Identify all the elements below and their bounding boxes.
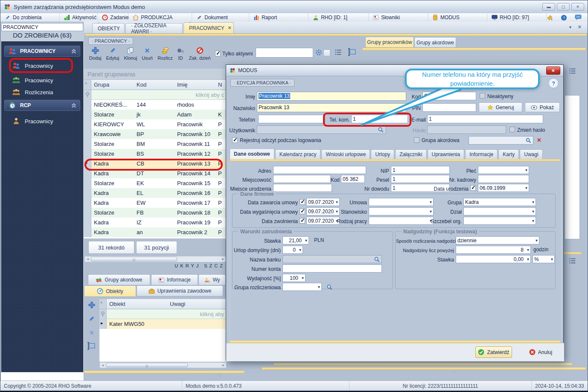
powyzej-spinner[interactable]: 8 <box>456 246 531 254</box>
column-header-kod[interactable]: Kod <box>134 81 175 88</box>
delete-button[interactable]: Usuń <box>140 46 155 61</box>
szczebel-org-select[interactable] <box>463 217 536 225</box>
table-row[interactable]: Krawcowie BP Pracownik 10 P <box>84 129 227 139</box>
data-wygasniecia-checkbox[interactable] <box>300 209 305 214</box>
select-object-icon[interactable] <box>87 342 96 350</box>
grid-options-icon[interactable]: * <box>85 81 87 87</box>
close-button[interactable]: ✕ <box>571 3 584 11</box>
color-box-button[interactable] <box>323 49 330 56</box>
sidebar-group-rcp[interactable]: RCP <box>4 100 80 111</box>
dialog-close-button[interactable]: ✕ <box>546 67 560 75</box>
data-urodzenia-checkbox[interactable] <box>470 185 476 191</box>
miejsce-urodzenia-field[interactable] <box>273 184 332 192</box>
table-row[interactable]: Kadra EW Pracownik 17 P <box>84 198 227 208</box>
tab-obiekty[interactable]: · OBIEKTY · <box>92 23 125 33</box>
add-object-icon[interactable] <box>88 301 96 309</box>
menu-slowniki[interactable]: Słowniki <box>369 13 428 22</box>
end-day-button[interactable]: Zak. dzień <box>187 46 212 61</box>
grid-options-icon[interactable]: * <box>100 300 102 307</box>
table-row[interactable]: Stolarze BM Pracownik 11 P <box>84 139 227 149</box>
sidebar-item-pracownicy-1[interactable]: Pracownicy <box>4 60 80 72</box>
column-header-imie[interactable]: Imię <box>175 81 218 88</box>
tab-informacje[interactable]: Informacje <box>465 149 498 159</box>
add-button[interactable]: Dodaj <box>87 46 103 61</box>
maximize-button[interactable]: ▢ <box>557 3 570 11</box>
wydajnosc-spinner[interactable]: 100 <box>282 274 306 282</box>
plec-select[interactable] <box>478 166 529 174</box>
employees-grid-filter-row[interactable]: kliknij aby c <box>84 90 227 100</box>
dzial-select[interactable] <box>463 207 536 215</box>
scroll-left-icon[interactable]: ◂ <box>100 363 105 368</box>
tab-urlopy[interactable]: Urlopy <box>371 149 394 159</box>
numer-konta-field[interactable] <box>282 264 382 273</box>
bank-lookup-button[interactable] <box>373 256 381 263</box>
table-row[interactable]: Kadra IZ Pracownik 19 P <box>84 218 227 227</box>
dialog-help-button[interactable]: ? <box>548 78 559 88</box>
table-row[interactable]: Stolarze BS Pracownik 12 P <box>84 149 227 159</box>
edit-object-icon[interactable] <box>88 315 95 322</box>
objects-hscrollbar[interactable]: ◂ ||| ▸ <box>99 362 227 368</box>
cancel-button[interactable]: Anuluj <box>522 346 559 358</box>
tab-uwagi[interactable]: Uwagi <box>520 149 542 159</box>
data-zawarcia-checkbox[interactable] <box>300 199 305 205</box>
urlop-spinner[interactable]: 0 <box>282 246 303 254</box>
employees-grid-header[interactable]: * Grupa Kod Imię N <box>84 80 227 90</box>
paint-icon[interactable] <box>547 15 553 21</box>
grupa-select[interactable]: Kadra <box>463 198 536 206</box>
only-active-checkbox[interactable] <box>215 51 221 56</box>
edit-button[interactable]: Edytuj <box>104 46 122 61</box>
tab-wnioski-urlopowe[interactable]: Wnioski urlopowe <box>321 149 370 159</box>
kod-pocztowy-field[interactable]: 05 362 <box>341 175 365 183</box>
list-options-icon[interactable] <box>569 257 576 264</box>
tab-list-close-icon[interactable]: ✕ <box>578 24 582 30</box>
table-row[interactable]: Stolarze FB Pracownik 18 P <box>84 208 227 218</box>
data-zwolnienia-checkbox[interactable] <box>300 218 305 224</box>
grupa-rozliczeniowa-select[interactable] <box>282 283 322 291</box>
chat-icon[interactable] <box>575 15 582 20</box>
nieaktywny-checkbox[interactable] <box>480 93 485 99</box>
hide-details-link[interactable]: UKRYJ SZCZ <box>120 263 225 268</box>
groups-list-area[interactable] <box>565 95 580 239</box>
scroll-right-icon[interactable]: ▸ <box>221 363 226 368</box>
sidebar-search-input[interactable] <box>1 23 83 31</box>
miejscowosc-field[interactable] <box>273 175 331 183</box>
sidebar-group-pracownicy[interactable]: PRACOWNICY <box>4 46 80 57</box>
menu-do-zrobienia[interactable]: Do zrobienia <box>0 13 60 22</box>
menu-modus[interactable]: MODUS <box>428 13 487 22</box>
tab-close-icon[interactable]: ✕ <box>227 25 231 31</box>
menu-produkcja[interactable]: PRODUKCJA <box>128 13 192 22</box>
stawka-spinner[interactable]: 21,00 <box>282 236 309 244</box>
objects-grid-filter-row[interactable]: kliknij aby <box>99 309 227 319</box>
tab-dane-osobowe[interactable]: Dane osobowe <box>230 148 274 159</box>
vertical-splitter-grip[interactable]: ∷∷ <box>217 373 222 377</box>
sposob-select[interactable]: dziennie <box>456 236 539 244</box>
list-options-icon[interactable] <box>569 67 576 75</box>
grupa-akordowa-lookup-button[interactable] <box>524 136 533 144</box>
tab-uprawnienia[interactable]: Uprawnienia <box>428 149 465 159</box>
tab-pracownicy[interactable]: · PRACOWNICY ·✕ <box>183 22 234 33</box>
tab-zalaczniki[interactable]: Załączniki <box>395 149 426 159</box>
minimize-button[interactable]: ▬ <box>542 3 555 11</box>
nazwa-banku-field[interactable] <box>282 255 382 263</box>
menu-aktywnosc[interactable]: Aktywność <box>60 13 98 22</box>
menu-rho-97[interactable]: RHO [ID: 97] <box>487 13 547 22</box>
sidebar-item-rozliczenia[interactable]: Rozliczenia <box>4 86 80 98</box>
data-urodzenia-select[interactable]: 06.09.1999 <box>478 184 529 192</box>
sidebar-item-pracownicy-2[interactable]: Pracownicy <box>4 74 80 86</box>
tab-karty[interactable]: Karty <box>498 149 519 159</box>
splitter-grip[interactable]: ···· <box>451 370 456 374</box>
show-pin-button[interactable]: Pokaż <box>525 102 560 112</box>
menu-raport[interactable]: Raport <box>249 13 309 22</box>
column-header-nazwisko[interactable]: N <box>218 81 227 88</box>
help-icon[interactable]: ? <box>561 15 567 21</box>
tab-grupy-akordowe-right[interactable]: Grupy akordowe <box>414 37 456 48</box>
tab-scroll-down-icon[interactable]: ▾ <box>569 25 571 29</box>
table-row[interactable]: Kadra CB Pracownik 13 P <box>84 159 227 168</box>
column-header-obiekt[interactable]: Obiekt <box>107 301 170 307</box>
table-row[interactable]: Kadra an Pracownik 2 P <box>84 227 227 237</box>
table-row[interactable]: Kadra DT Pracownik 14 P <box>84 168 227 178</box>
tab-kalendarz-pracy[interactable]: Kalendarz pracy <box>275 149 321 159</box>
grupa-rozl-lookup-button[interactable] <box>325 283 334 291</box>
table-row[interactable]: Stolarze jk Adam K <box>84 110 227 119</box>
scroll-right-icon[interactable]: ▸ <box>220 256 226 262</box>
